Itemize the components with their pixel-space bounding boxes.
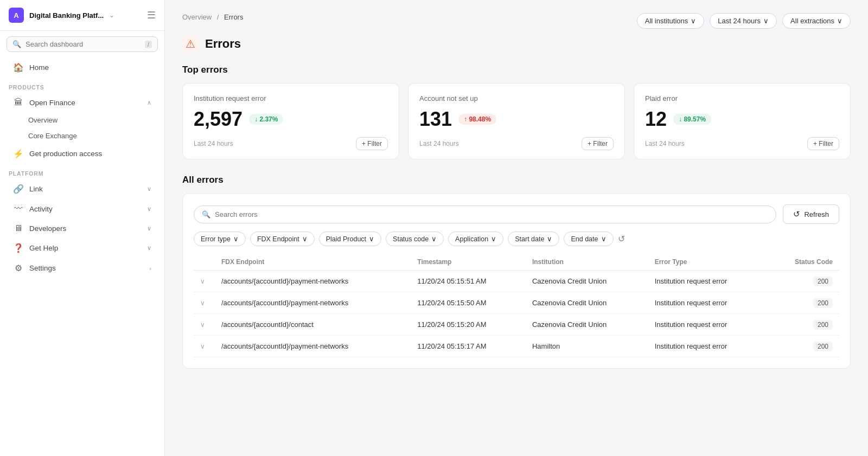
chevron-right-icon: › (149, 265, 151, 272)
search-input[interactable] (25, 40, 141, 48)
col-institution: Institution (526, 254, 648, 271)
filter-tag-plaid-product[interactable]: Plaid Product ∨ (319, 232, 381, 246)
sidebar-item-activity[interactable]: 〰 Activity ∨ (4, 200, 160, 218)
brand-name: Digital Banking Platf... (29, 11, 104, 20)
row-expand-cell[interactable]: ∨ (194, 314, 215, 336)
error-card-footer: Last 24 hours + Filter (645, 137, 839, 150)
filter-tag-label: Status code (393, 235, 429, 243)
sidebar-brand[interactable]: A Digital Banking Platf... ⌄ (9, 8, 114, 23)
search-container[interactable]: 🔍 / (7, 36, 158, 52)
sidebar-item-home[interactable]: 🏠 Home (4, 58, 160, 77)
reset-filters-icon[interactable]: ↺ (618, 234, 625, 244)
expand-chevron-icon[interactable]: ∨ (200, 299, 205, 307)
breadcrumb: Overview / Errors (182, 13, 243, 21)
row-status-code: 200 (768, 292, 839, 314)
chevron-down-icon: ∨ (763, 17, 769, 25)
filter-tag-label: Plaid Product (326, 235, 366, 243)
breadcrumb-parent[interactable]: Overview (182, 13, 212, 21)
institutions-filter-button[interactable]: All institutions ∨ (637, 13, 704, 29)
chevron-down-icon: ∨ (431, 235, 437, 243)
row-institution: Cazenovia Credit Union (526, 271, 648, 292)
row-error-type: Institution request error (648, 336, 768, 357)
error-card-badge: ↑ 98.48% (458, 114, 496, 125)
extractions-filter-button[interactable]: All extractions ∨ (782, 13, 851, 29)
sidebar-menu-icon[interactable]: ☰ (147, 9, 156, 21)
table-row: ∨ /accounts/{accountId}/payment-networks… (194, 336, 839, 357)
timerange-filter-button[interactable]: Last 24 hours ∨ (710, 13, 777, 29)
refresh-button[interactable]: ↺ Refresh (783, 204, 839, 224)
error-card-badge: ↓ 2.37% (249, 114, 283, 125)
alert-triangle-icon: ⚠ (182, 34, 199, 54)
row-status-code: 200 (768, 314, 839, 336)
sidebar-sub-overview[interactable]: Overview (4, 113, 160, 127)
sidebar-item-get-production[interactable]: ⚡ Get production access (4, 144, 160, 163)
sidebar-item-link[interactable]: 🔗 Link ∨ (4, 179, 160, 198)
filter-tag-label: Application (455, 235, 488, 243)
error-card-value-row: 12 ↓ 89.57% (645, 108, 839, 131)
row-status-code: 200 (768, 271, 839, 292)
col-expand (194, 254, 215, 271)
all-errors-section: 🔍 ↺ Refresh Error type ∨ FDX Endpoint ∨ … (182, 193, 851, 369)
error-card-filter-button[interactable]: + Filter (807, 137, 839, 150)
table-row: ∨ /accounts/{accountId}/contact 11/20/24… (194, 314, 839, 336)
chevron-down-icon: ∨ (837, 17, 843, 25)
chevron-down-icon: ∨ (491, 235, 496, 243)
sidebar-sub-core-exchange[interactable]: Core Exchange (4, 129, 160, 143)
top-errors-title: Top errors (182, 65, 851, 75)
row-error-type: Institution request error (648, 314, 768, 336)
sidebar-header: A Digital Banking Platf... ⌄ ☰ (0, 0, 164, 31)
filter-tags-row: Error type ∨ FDX Endpoint ∨ Plaid Produc… (194, 232, 839, 246)
search-errors-container[interactable]: 🔍 (194, 205, 776, 223)
row-institution: Cazenovia Credit Union (526, 314, 648, 336)
row-timestamp: 11/20/24 05:15:17 AM (411, 336, 526, 357)
link-icon: 🔗 (13, 184, 24, 194)
filter-tag-end-date[interactable]: End date ∨ (564, 232, 613, 246)
error-card-value-row: 2,597 ↓ 2.37% (194, 108, 388, 131)
expand-chevron-icon[interactable]: ∨ (200, 278, 205, 285)
filter-tag-application[interactable]: Application ∨ (448, 232, 503, 246)
sidebar-item-label: Activity (29, 205, 53, 213)
row-expand-cell[interactable]: ∨ (194, 271, 215, 292)
error-card-filter-button[interactable]: + Filter (356, 137, 388, 150)
filter-tag-start-date[interactable]: Start date ∨ (508, 232, 559, 246)
row-expand-cell[interactable]: ∨ (194, 292, 215, 314)
filter-tag-label: FDX Endpoint (257, 235, 299, 243)
error-card-filter-button[interactable]: + Filter (582, 137, 614, 150)
sidebar-item-label: Settings (29, 264, 56, 272)
search-errors-input[interactable] (215, 210, 768, 219)
top-errors-grid: Institution request error 2,597 ↓ 2.37% … (182, 83, 851, 159)
row-institution: Cazenovia Credit Union (526, 292, 648, 314)
row-timestamp: 11/20/24 05:15:20 AM (411, 314, 526, 336)
brand-avatar: A (9, 8, 24, 23)
col-timestamp: Timestamp (411, 254, 526, 271)
row-endpoint: /accounts/{accountId}/payment-networks (215, 292, 411, 314)
settings-icon: ⚙ (13, 263, 24, 273)
sidebar: A Digital Banking Platf... ⌄ ☰ 🔍 / 🏠 Hom… (0, 0, 165, 456)
sidebar-item-open-finance[interactable]: 🏛 Open Finance ∧ (4, 93, 160, 112)
filter-tag-fdx-endpoint[interactable]: FDX Endpoint ∨ (250, 232, 315, 246)
expand-chevron-icon[interactable]: ∨ (200, 321, 205, 329)
timerange-filter-label: Last 24 hours (718, 17, 761, 25)
chevron-down-icon: ∨ (302, 235, 308, 243)
chevron-up-icon: ∧ (147, 99, 151, 106)
sidebar-item-get-help[interactable]: ❓ Get Help ∨ (4, 239, 160, 258)
filter-tag-status-code[interactable]: Status code ∨ (386, 232, 444, 246)
sidebar-item-developers[interactable]: 🖥 Developers ∨ (4, 219, 160, 237)
sidebar-item-label: Developers (29, 224, 66, 233)
error-card-value: 131 (419, 108, 452, 131)
row-expand-cell[interactable]: ∨ (194, 336, 215, 357)
expand-chevron-icon[interactable]: ∨ (200, 343, 205, 350)
sidebar-sub-label: Overview (28, 116, 58, 124)
all-errors-title: All errors (182, 175, 851, 185)
errors-toolbar: 🔍 ↺ Refresh (194, 204, 839, 224)
filter-tag-error-type[interactable]: Error type ∨ (194, 232, 246, 246)
activity-icon: 〰 (13, 204, 24, 214)
developers-icon: 🖥 (13, 223, 24, 233)
sidebar-item-label: Link (29, 185, 43, 193)
header-filters: All institutions ∨ Last 24 hours ∨ All e… (637, 13, 851, 29)
sidebar-item-settings[interactable]: ⚙ Settings › (4, 259, 160, 278)
error-card-footer-label: Last 24 hours (194, 140, 233, 147)
filter-tag-label: Start date (515, 235, 544, 243)
row-error-type: Institution request error (648, 292, 768, 314)
status-code-badge: 200 (813, 342, 833, 351)
